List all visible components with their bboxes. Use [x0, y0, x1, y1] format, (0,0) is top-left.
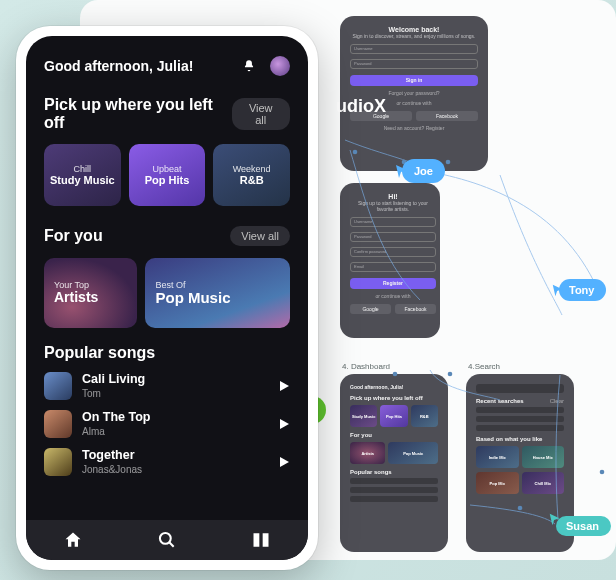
song-artist: Tom: [82, 388, 268, 399]
signin-btn-thumb: Sign in: [350, 75, 478, 86]
song-title: Together: [82, 449, 268, 462]
svg-point-8: [160, 533, 171, 544]
play-icon[interactable]: [278, 380, 290, 392]
view-all-pickup[interactable]: View all: [232, 98, 290, 130]
collab-cursor-tony: Tony: [559, 279, 606, 301]
playlist-card[interactable]: Best Of Pop Music: [145, 258, 290, 328]
cursor-icon: [394, 163, 410, 179]
app-name-peek: udioX: [336, 96, 386, 117]
song-artist: Jonas&Jonas: [82, 464, 268, 475]
playlist-card[interactable]: Upbeat Pop Hits: [129, 144, 206, 206]
bell-icon[interactable]: [242, 59, 256, 73]
search-icon[interactable]: [157, 530, 177, 550]
bg-title: Welcome back!: [350, 26, 478, 33]
thumb-register: Hi! Sign up to start listening to your f…: [340, 183, 440, 338]
field-password: Password: [350, 59, 478, 69]
song-art: [44, 448, 72, 476]
cursor-icon: [548, 512, 562, 526]
song-artist: Alma: [82, 426, 268, 437]
bg-subtitle: Sign in to discover, stream, and enjoy m…: [350, 33, 478, 39]
song-row[interactable]: Cali Living Tom: [44, 372, 290, 400]
thumb-signin: Welcome back! Sign in to discover, strea…: [340, 16, 488, 171]
greeting: Good afternoon, Julia!: [44, 58, 193, 74]
play-icon[interactable]: [278, 418, 290, 430]
song-art: [44, 372, 72, 400]
cursor-icon: [551, 283, 565, 297]
phone-mockup: Good afternoon, Julia! Pick up where you…: [16, 26, 318, 570]
song-row[interactable]: Together Jonas&Jonas: [44, 448, 290, 476]
section-title-foryou: For you: [44, 227, 103, 245]
playlist-card[interactable]: Chill Study Music: [44, 144, 121, 206]
library-icon[interactable]: [251, 530, 271, 550]
bottom-navbar: [26, 520, 308, 560]
song-title: Cali Living: [82, 373, 268, 386]
collab-cursor-susan: Susan: [556, 516, 611, 536]
play-icon[interactable]: [278, 456, 290, 468]
song-row[interactable]: On The Top Alma: [44, 410, 290, 438]
collab-cursor-joe: Joe: [402, 159, 445, 183]
avatar[interactable]: [270, 56, 290, 76]
field-username: Username: [350, 44, 478, 54]
view-all-foryou[interactable]: View all: [230, 226, 290, 246]
playlist-card[interactable]: Weekend R&B: [213, 144, 290, 206]
song-title: On The Top: [82, 411, 268, 424]
section-title-pickup: Pick up where you left off: [44, 96, 232, 132]
thumb-dashboard: 4. Dashboard Good afternoon, Julia! Pick…: [340, 374, 448, 552]
song-art: [44, 410, 72, 438]
section-title-songs: Popular songs: [44, 344, 155, 362]
playlist-card[interactable]: Your Top Artists: [44, 258, 137, 328]
home-icon[interactable]: [63, 530, 83, 550]
